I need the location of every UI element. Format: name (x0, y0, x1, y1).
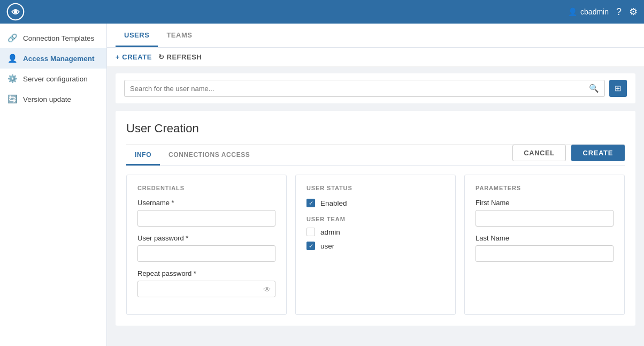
server-config-icon: ⚙️ (7, 74, 18, 84)
repeat-password-field: Repeat password * 👁 (137, 269, 275, 297)
user-checkbox[interactable]: ✓ (306, 242, 315, 250)
help-icon[interactable]: ? (616, 6, 622, 18)
app-logo (6, 3, 25, 21)
inner-tabs-actions: CANCEL CREATE (512, 145, 625, 166)
user-team-subtitle: USER TEAM (306, 216, 444, 222)
first-name-input[interactable] (476, 210, 614, 227)
user-status-panel: USER STATUS ✓ Enabled USER TEAM admin ✓ … (295, 175, 456, 315)
sidebar-item-connection-templates[interactable]: 🔗 Connection Templates (0, 28, 106, 48)
sidebar: 🔗 Connection Templates 👤 Access Manageme… (0, 24, 107, 346)
topnav-right: 👤 cbadmin ? ⚙ (568, 6, 638, 18)
user-label: user (320, 242, 334, 250)
username-input[interactable] (137, 210, 275, 227)
main-tabs-bar: USERS TEAMS (107, 24, 644, 48)
sidebar-item-label: Access Management (23, 55, 95, 63)
password-input[interactable] (137, 245, 275, 262)
settings-icon[interactable]: ⚙ (629, 6, 638, 18)
last-name-input[interactable] (476, 245, 614, 262)
last-name-field: Last Name (476, 234, 614, 262)
admin-checkbox-row[interactable]: admin (306, 228, 444, 236)
topnav-user[interactable]: 👤 cbadmin (568, 7, 609, 16)
main-layout: 🔗 Connection Templates 👤 Access Manageme… (0, 24, 644, 346)
sidebar-item-server-configuration[interactable]: ⚙️ Server configuration (0, 69, 106, 89)
refresh-button[interactable]: ↻ REFRESH (158, 53, 202, 61)
repeat-password-input[interactable] (137, 281, 275, 297)
search-icon: 🔍 (589, 84, 599, 93)
user-checkbox-row[interactable]: ✓ user (306, 242, 444, 250)
form-panels: CREDENTIALS Username * User password * R… (126, 166, 625, 326)
version-update-icon: 🔄 (7, 94, 18, 104)
inner-tabs-bar: INFO CONNECTIONS ACCESS CANCEL CREATE (126, 145, 625, 166)
admin-checkbox[interactable] (306, 228, 315, 236)
enabled-checkbox[interactable]: ✓ (306, 199, 315, 207)
user-avatar-icon: 👤 (568, 7, 577, 16)
create-button[interactable]: + CREATE (116, 53, 152, 61)
tab-teams[interactable]: TEAMS (158, 24, 201, 47)
inner-tab-info[interactable]: INFO (126, 145, 160, 166)
first-name-field: First Name (476, 199, 614, 227)
tab-users[interactable]: USERS (116, 24, 158, 47)
access-management-icon: 👤 (7, 54, 18, 63)
sidebar-item-label: Server configuration (23, 75, 88, 83)
username-field: Username * (137, 199, 275, 227)
search-input-wrap: 🔍 (124, 80, 605, 97)
sidebar-item-version-update[interactable]: 🔄 Version update (0, 89, 106, 109)
parameters-panel: PARAMETERS First Name Last Name (464, 175, 625, 315)
enabled-label: Enabled (320, 199, 347, 207)
sidebar-item-label: Version update (23, 95, 71, 103)
first-name-label: First Name (476, 199, 614, 207)
inner-tab-connections-access[interactable]: CONNECTIONS ACCESS (160, 145, 258, 166)
toolbar: + CREATE ↻ REFRESH (107, 48, 644, 67)
topnav-username: cbadmin (580, 7, 609, 16)
credentials-panel: CREDENTIALS Username * User password * R… (126, 175, 287, 315)
svg-point-1 (14, 10, 18, 14)
username-label: Username * (137, 199, 275, 207)
user-status-title: USER STATUS (306, 185, 444, 191)
repeat-password-label: Repeat password * (137, 269, 275, 277)
password-field: User password * (137, 234, 275, 262)
last-name-label: Last Name (476, 234, 614, 242)
enabled-checkbox-row[interactable]: ✓ Enabled (306, 199, 444, 207)
sidebar-item-access-management[interactable]: 👤 Access Management (0, 48, 106, 69)
user-creation-title: User Creation (126, 122, 625, 145)
parameters-title: PARAMETERS (476, 185, 614, 191)
topnav: 👤 cbadmin ? ⚙ (0, 0, 644, 24)
cancel-button[interactable]: CANCEL (512, 145, 565, 161)
content-area: USERS TEAMS + CREATE ↻ REFRESH 🔍 ⊞ User … (107, 24, 644, 346)
sidebar-item-label: Connection Templates (23, 34, 94, 42)
connection-templates-icon: 🔗 (7, 33, 18, 43)
filter-icon: ⊞ (615, 84, 622, 93)
search-row: 🔍 ⊞ (116, 73, 635, 103)
toggle-password-icon[interactable]: 👁 (263, 284, 271, 294)
admin-label: admin (320, 228, 340, 236)
credentials-title: CREDENTIALS (137, 185, 275, 191)
repeat-password-wrap: 👁 (137, 281, 275, 297)
topnav-left (6, 3, 25, 21)
password-label: User password * (137, 234, 275, 242)
user-creation-panel: User Creation INFO CONNECTIONS ACCESS CA… (116, 111, 635, 326)
search-input[interactable] (130, 85, 589, 93)
create-main-button[interactable]: CREATE (571, 145, 625, 161)
filter-button[interactable]: ⊞ (609, 80, 627, 97)
